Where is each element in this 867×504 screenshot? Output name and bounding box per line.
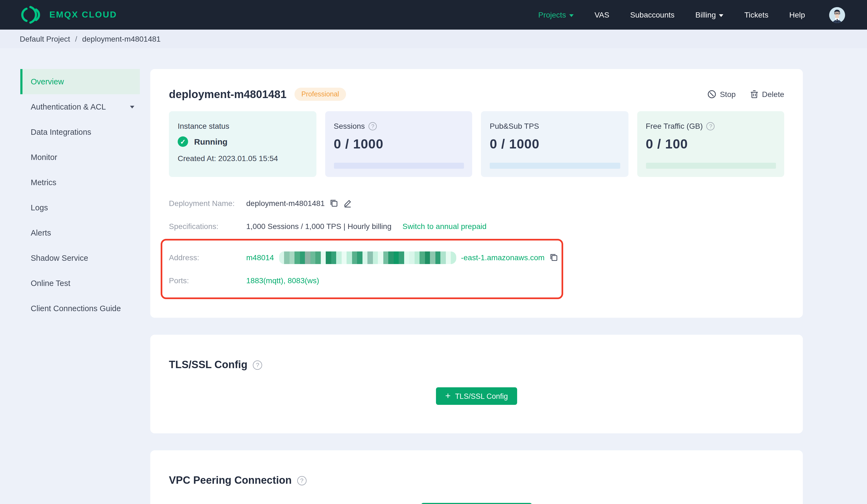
address-row: Address: m48014 -east-1.amazonaws.com [169, 246, 561, 269]
add-tls-ssl-config-button[interactable]: + TLS/SSL Config [436, 387, 517, 405]
emqx-logo-icon [20, 4, 43, 25]
stop-button[interactable]: Stop [707, 90, 736, 99]
nav-subaccounts[interactable]: Subaccounts [630, 10, 675, 19]
free-traffic-label: Free Traffic (GB) [646, 122, 703, 130]
plan-badge: Professional [294, 88, 346, 101]
sessions-card: Sessions ? 0 / 1000 [325, 111, 472, 177]
nav-tickets[interactable]: Tickets [745, 10, 769, 19]
sidebar-item-metrics[interactable]: Metrics [20, 170, 140, 195]
sidebar-item-label: Authentication & ACL [31, 94, 106, 119]
help-icon[interactable]: ? [369, 122, 377, 130]
sidebar-item-label: Monitor [31, 145, 57, 170]
breadcrumb-page: deployment-m4801481 [82, 34, 160, 43]
nav-billing-label: Billing [695, 10, 716, 19]
chevron-down-icon [719, 14, 724, 17]
ports-row: Ports: 1883(mqtt), 8083(ws) [169, 269, 561, 292]
sidebar-item-logs[interactable]: Logs [20, 195, 140, 220]
specifications-label: Specifications: [169, 222, 246, 231]
sidebar-item-shadow-service[interactable]: Shadow Service [20, 245, 140, 271]
sidebar-item-monitor[interactable]: Monitor [20, 145, 140, 170]
free-traffic-value: 0 / 100 [646, 136, 775, 152]
add-vpc-peering-button[interactable]: + VPC Peering Connection [421, 503, 532, 504]
user-avatar[interactable] [829, 7, 845, 23]
sidebar-item-alerts[interactable]: Alerts [20, 220, 140, 245]
sidebar-item-client-connections-guide[interactable]: Client Connections Guide [20, 296, 140, 321]
sidebar-item-authentication-acl[interactable]: Authentication & ACL [20, 94, 140, 119]
free-traffic-progress-bar [646, 163, 776, 169]
sidebar-item-label: Data Integrations [31, 119, 91, 145]
pubsub-tps-value: 0 / 1000 [490, 136, 619, 152]
sidebar-item-label: Metrics [31, 170, 56, 195]
help-icon[interactable]: ? [297, 476, 307, 485]
pubsub-tps-label: Pub&Sub TPS [490, 122, 539, 130]
sidebar-item-overview[interactable]: Overview [20, 69, 140, 94]
sessions-progress-bar [334, 163, 464, 169]
breadcrumb-project[interactable]: Default Project [20, 34, 70, 43]
address-label: Address: [169, 253, 246, 262]
sessions-value: 0 / 1000 [334, 136, 463, 152]
instance-status-label: Instance status [178, 122, 307, 130]
nav-tickets-label: Tickets [745, 10, 769, 19]
sidebar-item-label: Shadow Service [31, 245, 88, 271]
pubsub-tps-card: Pub&Sub TPS 0 / 1000 [481, 111, 628, 177]
nav-projects-label: Projects [538, 10, 566, 19]
deployment-actions: Stop [707, 90, 784, 99]
running-check-icon: ✓ [178, 136, 188, 147]
nav-billing[interactable]: Billing [695, 10, 724, 19]
brand-name: EMQX CLOUD [49, 10, 117, 20]
deployment-name-label: Deployment Name: [169, 199, 246, 208]
deployment-title: deployment-m4801481 [169, 88, 287, 100]
sidebar-item-online-test[interactable]: Online Test [20, 271, 140, 296]
address-prefix: m48014 [246, 253, 274, 262]
chevron-down-icon [130, 106, 135, 109]
sidebar-item-label: Alerts [31, 220, 51, 245]
status-running: Running [194, 137, 227, 146]
trash-icon [750, 90, 758, 99]
sidebar-item-label: Overview [31, 69, 64, 94]
specifications-value: 1,000 Sessions / 1,000 TPS | Hourly bill… [246, 222, 392, 231]
help-icon[interactable]: ? [707, 122, 715, 130]
nav-help-label: Help [789, 10, 805, 19]
nav-projects[interactable]: Projects [538, 10, 574, 19]
tls-ssl-config-card: TLS/SSL Config ? + TLS/SSL Config [150, 335, 803, 433]
emqx-logo[interactable]: EMQX CLOUD [20, 4, 117, 25]
breadcrumb-separator: / [75, 34, 77, 43]
switch-annual-prepaid-link[interactable]: Switch to annual prepaid [403, 222, 487, 231]
delete-button[interactable]: Delete [750, 90, 784, 99]
deployment-info: Deployment Name: deployment-m4801481 [169, 192, 784, 299]
address-suffix: -east-1.amazonaws.com [461, 253, 545, 262]
top-nav-items: Projects VAS Subaccounts Billing Tickets… [538, 7, 845, 23]
page: EMQX CLOUD Projects VAS Subaccounts Bill… [0, 0, 867, 504]
help-icon[interactable]: ? [253, 360, 262, 370]
add-tls-ssl-config-label: TLS/SSL Config [455, 392, 508, 400]
nav-vas[interactable]: VAS [595, 10, 609, 19]
sidebar-item-data-integrations[interactable]: Data Integrations [20, 119, 140, 145]
copy-icon[interactable] [330, 199, 338, 208]
delete-label: Delete [762, 90, 784, 99]
instance-status-card: Instance status ✓ Running Created At: 20… [169, 111, 316, 177]
deployment-name-value: deployment-m4801481 [246, 199, 325, 208]
nav-help[interactable]: Help [789, 10, 805, 19]
plus-icon: + [445, 391, 451, 400]
address-redaction [279, 251, 456, 264]
deployment-overview-card: deployment-m4801481 Professional Stop [150, 69, 803, 318]
top-navigation-bar: EMQX CLOUD Projects VAS Subaccounts Bill… [0, 0, 867, 30]
deployment-name-row: Deployment Name: deployment-m4801481 [169, 192, 784, 215]
deployment-header: deployment-m4801481 Professional Stop [169, 88, 784, 101]
stop-label: Stop [720, 90, 736, 99]
sidebar-item-label: Client Connections Guide [31, 296, 121, 321]
ports-value: 1883(mqtt), 8083(ws) [246, 276, 319, 285]
ports-label: Ports: [169, 276, 246, 285]
edit-icon[interactable] [343, 199, 352, 208]
tls-ssl-config-title: TLS/SSL Config [169, 359, 247, 371]
chevron-down-icon [569, 14, 574, 17]
copy-icon[interactable] [549, 253, 558, 262]
stat-cards-row: Instance status ✓ Running Created At: 20… [169, 111, 784, 177]
nav-subaccounts-label: Subaccounts [630, 10, 675, 19]
sidebar-item-label: Logs [31, 195, 48, 220]
nav-vas-label: VAS [595, 10, 609, 19]
sessions-label: Sessions [334, 122, 365, 130]
stop-icon [707, 90, 716, 99]
main-content: deployment-m4801481 Professional Stop [150, 69, 803, 504]
red-highlight-box: Address: m48014 -east-1.amazonaws.com [161, 239, 563, 299]
